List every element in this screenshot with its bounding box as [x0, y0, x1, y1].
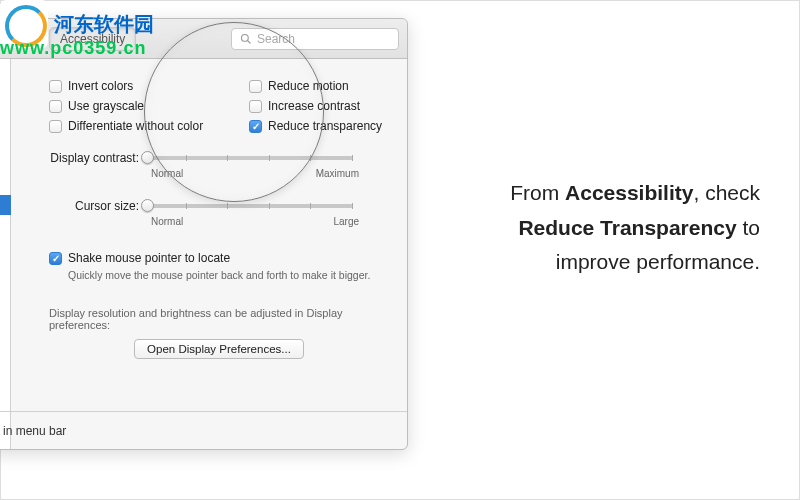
instruction-text: From Accessibility, check Reduce Transpa… — [470, 176, 760, 280]
checkbox-invert-colors[interactable]: Invert colors — [49, 77, 203, 95]
display-hint-text: Display resolution and brightness can be… — [49, 307, 389, 331]
checkbox-shake-pointer[interactable]: ✓ Shake mouse pointer to locate — [49, 249, 370, 267]
display-preferences-section: Display resolution and brightness can be… — [49, 307, 389, 359]
button-label: Open Display Preferences... — [147, 343, 291, 355]
watermark-brand: 河东软件园 — [54, 11, 154, 38]
checkbox-label: Invert colors — [68, 79, 133, 93]
watermark-url: www.pc0359.cn — [0, 38, 146, 59]
checkbox-checked-icon: ✓ — [249, 120, 262, 133]
checkbox-icon — [49, 120, 62, 133]
shake-help-text: Quickly move the mouse pointer back and … — [68, 269, 370, 281]
window-body: Invert colors Use grayscale Differentiat… — [0, 59, 407, 449]
sidebar-selected-item — [0, 195, 11, 215]
checkbox-label: Differentiate without color — [68, 119, 203, 133]
slider-max-label: Large — [333, 216, 359, 227]
slider-min-label: Normal — [151, 216, 183, 227]
window-footer: in menu bar — [0, 411, 407, 449]
checkbox-icon — [49, 100, 62, 113]
checkbox-increase-contrast[interactable]: Increase contrast — [249, 97, 382, 115]
checkbox-reduce-transparency[interactable]: ✓ Reduce transparency — [249, 117, 382, 135]
instruction-segment: From — [510, 181, 565, 204]
left-checkbox-group: Invert colors Use grayscale Differentiat… — [49, 77, 203, 137]
svg-line-1 — [248, 40, 251, 43]
sidebar[interactable] — [0, 59, 11, 449]
shake-pointer-section: ✓ Shake mouse pointer to locate Quickly … — [49, 249, 370, 281]
svg-point-0 — [242, 34, 249, 41]
footer-menubar-label: in menu bar — [3, 424, 66, 438]
slider-label: Cursor size: — [49, 199, 145, 213]
slider-min-label: Normal — [151, 168, 183, 179]
checkbox-use-grayscale[interactable]: Use grayscale — [49, 97, 203, 115]
checkbox-label: Reduce motion — [268, 79, 349, 93]
instruction-bold: Reduce Transparency — [518, 216, 736, 239]
accessibility-preferences-window: Accessibility Search Invert colors Use g… — [0, 18, 408, 450]
search-input[interactable]: Search — [231, 28, 399, 50]
checkbox-label: Shake mouse pointer to locate — [68, 251, 230, 265]
slider-label: Display contrast: — [49, 151, 145, 165]
instruction-segment: improve performance. — [556, 250, 760, 273]
checkbox-icon — [49, 80, 62, 93]
instruction-segment: to — [737, 216, 760, 239]
instruction-segment: , check — [693, 181, 760, 204]
checkbox-label: Increase contrast — [268, 99, 360, 113]
open-display-preferences-button[interactable]: Open Display Preferences... — [134, 339, 304, 359]
checkbox-icon — [249, 80, 262, 93]
right-checkbox-group: Reduce motion Increase contrast ✓ Reduce… — [249, 77, 382, 137]
cursor-size-slider[interactable] — [145, 204, 353, 208]
checkbox-checked-icon: ✓ — [49, 252, 62, 265]
display-contrast-slider-group: Display contrast: Normal Maximum — [49, 151, 359, 179]
checkbox-icon — [249, 100, 262, 113]
slider-max-label: Maximum — [316, 168, 359, 179]
checkbox-label: Reduce transparency — [268, 119, 382, 133]
slider-knob-icon — [141, 151, 154, 164]
checkbox-reduce-motion[interactable]: Reduce motion — [249, 77, 382, 95]
watermark: 河东软件园 www.pc0359.cn — [0, 0, 154, 48]
search-icon — [240, 33, 252, 45]
checkbox-label: Use grayscale — [68, 99, 144, 113]
instruction-bold: Accessibility — [565, 181, 693, 204]
cursor-size-slider-group: Cursor size: Normal Large — [49, 199, 359, 227]
search-placeholder: Search — [257, 32, 295, 46]
slider-knob-icon — [141, 199, 154, 212]
checkbox-differentiate-without-color[interactable]: Differentiate without color — [49, 117, 203, 135]
display-contrast-slider[interactable] — [145, 156, 353, 160]
content-pane: Invert colors Use grayscale Differentiat… — [11, 59, 407, 449]
